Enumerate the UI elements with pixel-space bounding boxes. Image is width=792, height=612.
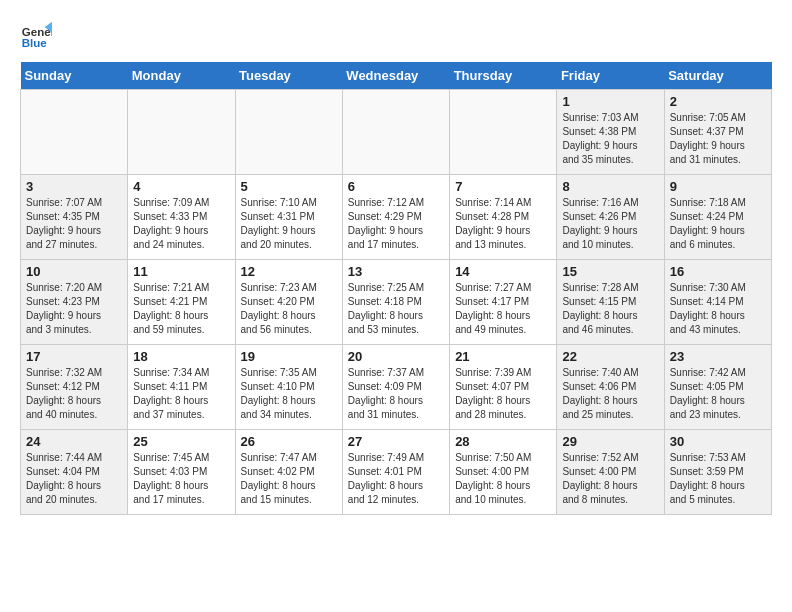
day-number: 5 xyxy=(241,179,337,194)
day-number: 16 xyxy=(670,264,766,279)
calendar-cell: 7Sunrise: 7:14 AM Sunset: 4:28 PM Daylig… xyxy=(450,175,557,260)
page-header: General Blue xyxy=(20,20,772,52)
calendar-cell: 5Sunrise: 7:10 AM Sunset: 4:31 PM Daylig… xyxy=(235,175,342,260)
calendar-cell: 3Sunrise: 7:07 AM Sunset: 4:35 PM Daylig… xyxy=(21,175,128,260)
calendar-cell: 17Sunrise: 7:32 AM Sunset: 4:12 PM Dayli… xyxy=(21,345,128,430)
day-number: 18 xyxy=(133,349,229,364)
day-number: 22 xyxy=(562,349,658,364)
day-number: 21 xyxy=(455,349,551,364)
calendar-cell: 19Sunrise: 7:35 AM Sunset: 4:10 PM Dayli… xyxy=(235,345,342,430)
day-number: 29 xyxy=(562,434,658,449)
calendar-week-row: 3Sunrise: 7:07 AM Sunset: 4:35 PM Daylig… xyxy=(21,175,772,260)
day-info: Sunrise: 7:50 AM Sunset: 4:00 PM Dayligh… xyxy=(455,451,551,507)
day-number: 25 xyxy=(133,434,229,449)
day-info: Sunrise: 7:30 AM Sunset: 4:14 PM Dayligh… xyxy=(670,281,766,337)
day-number: 20 xyxy=(348,349,444,364)
calendar-cell: 29Sunrise: 7:52 AM Sunset: 4:00 PM Dayli… xyxy=(557,430,664,515)
day-info: Sunrise: 7:20 AM Sunset: 4:23 PM Dayligh… xyxy=(26,281,122,337)
day-info: Sunrise: 7:47 AM Sunset: 4:02 PM Dayligh… xyxy=(241,451,337,507)
day-info: Sunrise: 7:45 AM Sunset: 4:03 PM Dayligh… xyxy=(133,451,229,507)
day-info: Sunrise: 7:16 AM Sunset: 4:26 PM Dayligh… xyxy=(562,196,658,252)
calendar-cell: 28Sunrise: 7:50 AM Sunset: 4:00 PM Dayli… xyxy=(450,430,557,515)
day-number: 2 xyxy=(670,94,766,109)
calendar-cell: 9Sunrise: 7:18 AM Sunset: 4:24 PM Daylig… xyxy=(664,175,771,260)
logo-icon: General Blue xyxy=(20,20,52,52)
calendar-table: SundayMondayTuesdayWednesdayThursdayFrid… xyxy=(20,62,772,515)
day-info: Sunrise: 7:12 AM Sunset: 4:29 PM Dayligh… xyxy=(348,196,444,252)
day-number: 23 xyxy=(670,349,766,364)
day-info: Sunrise: 7:53 AM Sunset: 3:59 PM Dayligh… xyxy=(670,451,766,507)
day-number: 6 xyxy=(348,179,444,194)
calendar-cell: 15Sunrise: 7:28 AM Sunset: 4:15 PM Dayli… xyxy=(557,260,664,345)
calendar-body: 1Sunrise: 7:03 AM Sunset: 4:38 PM Daylig… xyxy=(21,90,772,515)
day-info: Sunrise: 7:09 AM Sunset: 4:33 PM Dayligh… xyxy=(133,196,229,252)
day-number: 11 xyxy=(133,264,229,279)
day-number: 17 xyxy=(26,349,122,364)
day-info: Sunrise: 7:27 AM Sunset: 4:17 PM Dayligh… xyxy=(455,281,551,337)
day-number: 4 xyxy=(133,179,229,194)
weekday-header: Monday xyxy=(128,62,235,90)
day-info: Sunrise: 7:21 AM Sunset: 4:21 PM Dayligh… xyxy=(133,281,229,337)
calendar-cell: 2Sunrise: 7:05 AM Sunset: 4:37 PM Daylig… xyxy=(664,90,771,175)
day-info: Sunrise: 7:42 AM Sunset: 4:05 PM Dayligh… xyxy=(670,366,766,422)
day-info: Sunrise: 7:10 AM Sunset: 4:31 PM Dayligh… xyxy=(241,196,337,252)
calendar-cell: 1Sunrise: 7:03 AM Sunset: 4:38 PM Daylig… xyxy=(557,90,664,175)
day-info: Sunrise: 7:25 AM Sunset: 4:18 PM Dayligh… xyxy=(348,281,444,337)
day-info: Sunrise: 7:35 AM Sunset: 4:10 PM Dayligh… xyxy=(241,366,337,422)
day-info: Sunrise: 7:05 AM Sunset: 4:37 PM Dayligh… xyxy=(670,111,766,167)
calendar-cell: 8Sunrise: 7:16 AM Sunset: 4:26 PM Daylig… xyxy=(557,175,664,260)
day-info: Sunrise: 7:18 AM Sunset: 4:24 PM Dayligh… xyxy=(670,196,766,252)
calendar-cell: 26Sunrise: 7:47 AM Sunset: 4:02 PM Dayli… xyxy=(235,430,342,515)
calendar-week-row: 1Sunrise: 7:03 AM Sunset: 4:38 PM Daylig… xyxy=(21,90,772,175)
calendar-cell: 13Sunrise: 7:25 AM Sunset: 4:18 PM Dayli… xyxy=(342,260,449,345)
calendar-cell: 30Sunrise: 7:53 AM Sunset: 3:59 PM Dayli… xyxy=(664,430,771,515)
calendar-cell xyxy=(21,90,128,175)
day-number: 10 xyxy=(26,264,122,279)
weekday-header: Tuesday xyxy=(235,62,342,90)
calendar-cell: 4Sunrise: 7:09 AM Sunset: 4:33 PM Daylig… xyxy=(128,175,235,260)
day-info: Sunrise: 7:14 AM Sunset: 4:28 PM Dayligh… xyxy=(455,196,551,252)
calendar-week-row: 10Sunrise: 7:20 AM Sunset: 4:23 PM Dayli… xyxy=(21,260,772,345)
day-info: Sunrise: 7:32 AM Sunset: 4:12 PM Dayligh… xyxy=(26,366,122,422)
calendar-week-row: 24Sunrise: 7:44 AM Sunset: 4:04 PM Dayli… xyxy=(21,430,772,515)
calendar-cell: 12Sunrise: 7:23 AM Sunset: 4:20 PM Dayli… xyxy=(235,260,342,345)
day-info: Sunrise: 7:28 AM Sunset: 4:15 PM Dayligh… xyxy=(562,281,658,337)
calendar-cell: 14Sunrise: 7:27 AM Sunset: 4:17 PM Dayli… xyxy=(450,260,557,345)
calendar-cell: 11Sunrise: 7:21 AM Sunset: 4:21 PM Dayli… xyxy=(128,260,235,345)
day-number: 7 xyxy=(455,179,551,194)
day-info: Sunrise: 7:40 AM Sunset: 4:06 PM Dayligh… xyxy=(562,366,658,422)
calendar-cell: 23Sunrise: 7:42 AM Sunset: 4:05 PM Dayli… xyxy=(664,345,771,430)
calendar-cell: 16Sunrise: 7:30 AM Sunset: 4:14 PM Dayli… xyxy=(664,260,771,345)
weekday-header: Wednesday xyxy=(342,62,449,90)
day-number: 24 xyxy=(26,434,122,449)
logo: General Blue xyxy=(20,20,52,52)
day-info: Sunrise: 7:37 AM Sunset: 4:09 PM Dayligh… xyxy=(348,366,444,422)
calendar-cell xyxy=(342,90,449,175)
calendar-week-row: 17Sunrise: 7:32 AM Sunset: 4:12 PM Dayli… xyxy=(21,345,772,430)
day-info: Sunrise: 7:52 AM Sunset: 4:00 PM Dayligh… xyxy=(562,451,658,507)
calendar-cell: 10Sunrise: 7:20 AM Sunset: 4:23 PM Dayli… xyxy=(21,260,128,345)
day-number: 13 xyxy=(348,264,444,279)
day-info: Sunrise: 7:23 AM Sunset: 4:20 PM Dayligh… xyxy=(241,281,337,337)
day-number: 8 xyxy=(562,179,658,194)
calendar-cell xyxy=(235,90,342,175)
weekday-header: Friday xyxy=(557,62,664,90)
day-number: 26 xyxy=(241,434,337,449)
day-number: 14 xyxy=(455,264,551,279)
calendar-cell xyxy=(128,90,235,175)
svg-text:Blue: Blue xyxy=(22,37,48,49)
calendar-cell xyxy=(450,90,557,175)
day-number: 1 xyxy=(562,94,658,109)
day-number: 27 xyxy=(348,434,444,449)
weekday-header: Thursday xyxy=(450,62,557,90)
day-number: 3 xyxy=(26,179,122,194)
day-number: 30 xyxy=(670,434,766,449)
calendar-cell: 21Sunrise: 7:39 AM Sunset: 4:07 PM Dayli… xyxy=(450,345,557,430)
calendar-cell: 22Sunrise: 7:40 AM Sunset: 4:06 PM Dayli… xyxy=(557,345,664,430)
day-number: 19 xyxy=(241,349,337,364)
calendar-cell: 20Sunrise: 7:37 AM Sunset: 4:09 PM Dayli… xyxy=(342,345,449,430)
day-info: Sunrise: 7:07 AM Sunset: 4:35 PM Dayligh… xyxy=(26,196,122,252)
day-info: Sunrise: 7:39 AM Sunset: 4:07 PM Dayligh… xyxy=(455,366,551,422)
day-info: Sunrise: 7:44 AM Sunset: 4:04 PM Dayligh… xyxy=(26,451,122,507)
calendar-cell: 24Sunrise: 7:44 AM Sunset: 4:04 PM Dayli… xyxy=(21,430,128,515)
